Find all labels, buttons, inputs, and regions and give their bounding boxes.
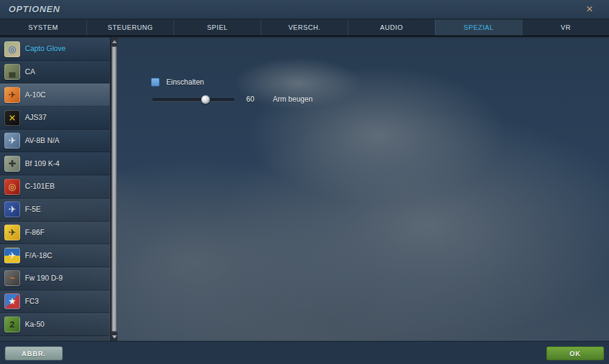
module-label: C-101EB bbox=[25, 175, 55, 198]
av8b-module-icon: ✈ bbox=[4, 133, 20, 149]
module-label: F-86F bbox=[25, 222, 44, 244]
module-list-item[interactable]: ◎ Capto Glove bbox=[0, 38, 110, 61]
tab-spiel[interactable]: SPIEL bbox=[174, 19, 261, 35]
f5e-module-icon: ✈ bbox=[4, 201, 20, 217]
slider-value: 60 bbox=[241, 95, 259, 103]
tab-label: AUDIO bbox=[380, 24, 403, 31]
bf109-module-icon: ✚ bbox=[4, 156, 20, 172]
slider-handle[interactable] bbox=[201, 95, 210, 104]
module-label: Capto Glove bbox=[25, 38, 66, 60]
module-list-item[interactable]: ✕ AJS37 bbox=[0, 107, 110, 130]
tab-system[interactable]: SYSTEM bbox=[0, 19, 86, 35]
ok-button[interactable]: OK bbox=[546, 346, 604, 360]
scroll-down-button[interactable] bbox=[111, 333, 118, 341]
module-label: Bf 109 K-4 bbox=[25, 152, 60, 175]
module-label: A-10C bbox=[25, 83, 46, 106]
tab-label: VR bbox=[561, 24, 571, 31]
tab-bar: SYSTEMSTEUERUNGSPIELVERSCH.AUDIOSPEZIALV… bbox=[0, 19, 609, 37]
module-list-item[interactable]: ▄ CA bbox=[0, 61, 110, 84]
arrow-up-icon bbox=[112, 40, 117, 43]
window-title: OPTIONEN bbox=[9, 4, 60, 14]
special-options-panel: Einschalten 60 Arm beugen bbox=[118, 38, 609, 341]
a10c-module-icon: ✈ bbox=[4, 87, 20, 103]
tab-steuerung[interactable]: STEUERUNG bbox=[86, 19, 174, 35]
module-label: Fw 190 D-9 bbox=[25, 267, 63, 290]
tab-vr[interactable]: VR bbox=[522, 19, 609, 35]
fa18c-module-icon: ✈ bbox=[4, 248, 20, 264]
title-bar: OPTIONEN ✕ bbox=[0, 0, 609, 19]
module-list-item[interactable]: ◎ C-101EB bbox=[0, 175, 110, 198]
tab-label: SPIEL bbox=[207, 24, 228, 31]
module-list-item[interactable]: ✈ A-10C bbox=[0, 83, 110, 107]
module-label: AJS37 bbox=[25, 107, 46, 129]
fw190d9-module-icon: ~ bbox=[4, 270, 20, 286]
module-label: AV-8B N/A bbox=[25, 130, 59, 152]
module-label: CA bbox=[25, 61, 35, 83]
module-list-item[interactable]: ✈ F-5E bbox=[0, 198, 110, 222]
f86f-module-icon: ✈ bbox=[4, 225, 20, 240]
scroll-up-button[interactable] bbox=[111, 38, 118, 46]
tab-versch[interactable]: VERSCH. bbox=[261, 19, 348, 35]
arm-beugen-slider[interactable] bbox=[152, 98, 234, 102]
module-list-scrollbar[interactable] bbox=[110, 38, 117, 341]
module-label: F/A-18C bbox=[25, 244, 52, 267]
module-list-item[interactable]: ✈ F/A-18C bbox=[0, 244, 110, 267]
tab-label: SYSTEM bbox=[29, 24, 58, 31]
tab-spezial[interactable]: SPEZIAL bbox=[435, 19, 522, 35]
slider-label: Arm beugen bbox=[273, 95, 312, 103]
combined-arms-module-icon: ▄ bbox=[4, 64, 20, 80]
cancel-button[interactable]: ABBR. bbox=[5, 346, 63, 360]
einschalten-checkbox[interactable] bbox=[151, 78, 160, 86]
module-list-item[interactable]: ✚ Bf 109 K-4 bbox=[0, 152, 110, 175]
tab-audio[interactable]: AUDIO bbox=[348, 19, 435, 35]
main-area: ◎ Capto Glove ▄ CA ✈ A-10C ✕ AJS37 ✈ AV-… bbox=[0, 38, 609, 341]
module-list-item[interactable]: ★ FC3 bbox=[0, 290, 110, 313]
tab-label: STEUERUNG bbox=[108, 24, 153, 31]
close-icon[interactable]: ✕ bbox=[583, 3, 596, 15]
module-label: FC3 bbox=[25, 290, 39, 313]
module-list: ◎ Capto Glove ▄ CA ✈ A-10C ✕ AJS37 ✈ AV-… bbox=[0, 38, 110, 341]
capto-glove-module-icon: ◎ bbox=[4, 41, 20, 57]
scrollbar-thumb[interactable] bbox=[111, 46, 117, 332]
module-label: F-5E bbox=[25, 198, 41, 221]
module-list-item[interactable]: ✈ AV-8B N/A bbox=[0, 130, 110, 153]
arrow-down-icon bbox=[112, 335, 117, 338]
footer-bar: ABBR. OK bbox=[0, 341, 609, 364]
options-window: OPTIONEN ✕ SYSTEMSTEUERUNGSPIELVERSCH.AU… bbox=[0, 0, 609, 364]
fc3-module-icon: ★ bbox=[4, 293, 20, 309]
c101eb-module-icon: ◎ bbox=[4, 179, 20, 195]
module-label: Ka-50 bbox=[25, 313, 44, 335]
module-list-item[interactable]: 2 Ka-50 bbox=[0, 313, 110, 336]
module-list-item[interactable]: ~ Fw 190 D-9 bbox=[0, 267, 110, 290]
einschalten-label: Einschalten bbox=[166, 78, 204, 86]
tab-label: SPEZIAL bbox=[463, 24, 493, 31]
module-list-item[interactable]: ✈ F-86F bbox=[0, 222, 110, 245]
ajs37-module-icon: ✕ bbox=[4, 110, 20, 126]
tab-label: VERSCH. bbox=[288, 24, 320, 31]
ka50-module-icon: 2 bbox=[4, 317, 20, 332]
